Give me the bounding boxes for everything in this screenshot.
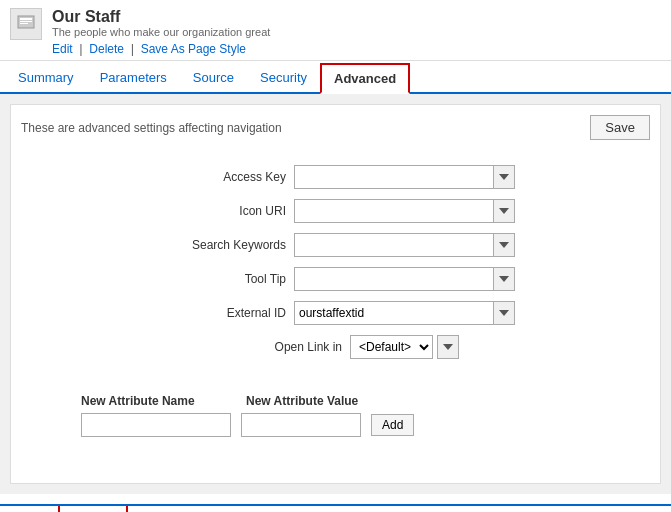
access-key-row: Access Key xyxy=(21,165,650,189)
content-area: These are advanced settings affecting na… xyxy=(0,94,671,494)
external-id-input[interactable] xyxy=(294,301,494,325)
content-inner: These are advanced settings affecting na… xyxy=(10,104,661,484)
search-keywords-label: Search Keywords xyxy=(156,238,286,252)
page-header: Our Staff The people who make our organi… xyxy=(0,0,671,61)
tool-tip-input[interactable] xyxy=(294,267,494,291)
access-key-label: Access Key xyxy=(156,170,286,184)
tab-advanced[interactable]: Advanced xyxy=(320,63,410,94)
tool-tip-label: Tool Tip xyxy=(156,272,286,286)
edit-link[interactable]: Edit xyxy=(52,42,73,56)
attr-labels-row: New Attribute Name New Attribute Value xyxy=(31,394,640,408)
access-key-input[interactable] xyxy=(294,165,494,189)
svg-rect-1 xyxy=(20,18,32,20)
page-header-text: Our Staff The people who make our organi… xyxy=(52,8,270,56)
tab-source[interactable]: Source xyxy=(180,63,247,94)
svg-rect-2 xyxy=(20,21,32,22)
icon-uri-label: Icon URI xyxy=(156,204,286,218)
search-keywords-dropdown[interactable] xyxy=(493,233,515,257)
tool-tip-dropdown[interactable] xyxy=(493,267,515,291)
attr-inputs-row: Add xyxy=(31,413,640,437)
icon-uri-input[interactable] xyxy=(294,199,494,223)
tab-security[interactable]: Security xyxy=(247,63,320,94)
bottom-tab-target[interactable]: Target xyxy=(5,506,58,512)
new-attribute-name-input[interactable] xyxy=(81,413,231,437)
tool-tip-row: Tool Tip xyxy=(21,267,650,291)
open-link-row: Open Link in <Default> _blank _self _par… xyxy=(21,335,650,359)
external-id-row: External ID xyxy=(21,301,650,325)
tab-summary[interactable]: Summary xyxy=(5,63,87,94)
new-attribute-value-label: New Attribute Value xyxy=(246,394,358,408)
bottom-tab-options[interactable]: Options xyxy=(58,506,127,512)
save-as-page-style-link[interactable]: Save As Page Style xyxy=(141,42,246,56)
open-link-label: Open Link in xyxy=(212,340,342,354)
external-id-dropdown[interactable] xyxy=(493,301,515,325)
new-attribute-value-input[interactable] xyxy=(241,413,361,437)
search-keywords-input[interactable] xyxy=(294,233,494,257)
icon-uri-dropdown[interactable] xyxy=(493,199,515,223)
add-attribute-button[interactable]: Add xyxy=(371,414,414,436)
page-icon xyxy=(10,8,42,40)
desc-row: These are advanced settings affecting na… xyxy=(21,115,650,140)
search-keywords-row: Search Keywords xyxy=(21,233,650,257)
icon-uri-row: Icon URI xyxy=(21,199,650,223)
description-text: These are advanced settings affecting na… xyxy=(21,121,282,135)
bottom-tab-bar: Target Options xyxy=(0,504,671,512)
delete-link[interactable]: Delete xyxy=(89,42,124,56)
access-key-dropdown[interactable] xyxy=(493,165,515,189)
external-id-label: External ID xyxy=(156,306,286,320)
open-link-select[interactable]: <Default> _blank _self _parent _top xyxy=(350,335,433,359)
page-title: Our Staff xyxy=(52,8,270,26)
open-link-dropdown-arrow[interactable] xyxy=(437,335,459,359)
tab-parameters[interactable]: Parameters xyxy=(87,63,180,94)
new-attribute-section: New Attribute Name New Attribute Value A… xyxy=(21,394,650,437)
page-subtitle: The people who make our organization gre… xyxy=(52,26,270,38)
page-actions: Edit | Delete | Save As Page Style xyxy=(52,41,270,56)
tab-bar: Summary Parameters Source Security Advan… xyxy=(0,63,671,94)
new-attribute-name-label: New Attribute Name xyxy=(81,394,231,408)
svg-rect-3 xyxy=(20,23,28,24)
form-section: Access Key Icon URI Search Keywords xyxy=(21,155,650,379)
save-button[interactable]: Save xyxy=(590,115,650,140)
